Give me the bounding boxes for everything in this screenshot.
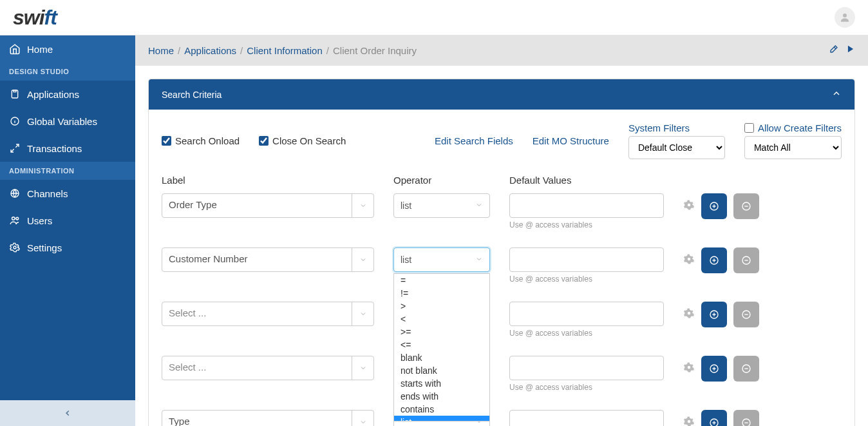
svg-rect-1 xyxy=(12,90,17,98)
label-select-value: Order Type xyxy=(162,194,352,217)
sidebar-collapse-button[interactable] xyxy=(0,400,135,426)
operator-option[interactable]: blank xyxy=(394,351,489,364)
system-filters-group: System Filters Default Close xyxy=(628,122,725,159)
sidebar-item-home[interactable]: Home xyxy=(0,35,135,63)
remove-row-button[interactable] xyxy=(733,302,759,327)
add-row-button[interactable] xyxy=(701,302,727,327)
default-value-input[interactable] xyxy=(509,356,664,380)
operator-option[interactable]: > xyxy=(394,300,489,313)
breadcrumb-link[interactable]: Client Information xyxy=(247,45,323,56)
add-row-button[interactable] xyxy=(701,410,727,426)
add-row-button[interactable] xyxy=(701,193,727,219)
operator-option[interactable]: != xyxy=(394,287,489,300)
logo: swift xyxy=(13,6,57,30)
add-row-button[interactable] xyxy=(701,356,727,382)
play-icon[interactable] xyxy=(846,44,855,57)
avatar[interactable] xyxy=(835,7,855,28)
row-actions xyxy=(683,356,759,382)
row-settings-button[interactable] xyxy=(683,199,695,214)
panel-title: Search Criteria xyxy=(162,90,222,100)
remove-row-button[interactable] xyxy=(733,410,759,426)
breadcrumb-bar: Home/Applications/Client Information/Cli… xyxy=(135,35,868,66)
allow-create-filters-checkbox[interactable]: Allow Create Filters xyxy=(744,122,842,133)
allow-create-filters-input[interactable] xyxy=(744,123,754,133)
user-icon xyxy=(839,12,851,23)
operator-option[interactable]: = xyxy=(394,274,489,287)
default-value-input[interactable] xyxy=(509,193,664,218)
edit-mo-structure-link[interactable]: Edit MO Structure xyxy=(533,135,609,146)
operator-option[interactable]: ends with xyxy=(394,390,489,403)
users-icon xyxy=(9,215,21,226)
panel-header[interactable]: Search Criteria xyxy=(149,79,854,110)
hint-text: Use @ access variables xyxy=(509,329,664,338)
row-settings-button[interactable] xyxy=(683,362,695,376)
default-value-column: Use @ access variables xyxy=(509,410,664,426)
allow-create-filters-group: Allow Create Filters Match All xyxy=(744,122,842,159)
row-settings-button[interactable] xyxy=(683,307,695,322)
remove-row-button[interactable] xyxy=(733,356,759,382)
default-value-input[interactable] xyxy=(509,302,664,326)
operator-option[interactable]: contains xyxy=(394,403,489,416)
label-select[interactable]: Select ... xyxy=(162,302,374,326)
label-select[interactable]: Customer Number xyxy=(162,247,374,272)
operator-option[interactable]: starts with xyxy=(394,377,489,390)
operator-option[interactable]: < xyxy=(394,313,489,325)
label-select-value: Type xyxy=(162,411,352,426)
operator-option[interactable]: >= xyxy=(394,325,489,338)
chevron-down-icon xyxy=(352,411,373,426)
close-on-search-checkbox[interactable]: Close On Search xyxy=(259,135,346,146)
sidebar-item-channels[interactable]: Channels xyxy=(0,180,135,207)
search-onload-input[interactable] xyxy=(162,136,171,146)
default-value-column: Use @ access variables xyxy=(509,356,664,392)
default-value-column: Use @ access variables xyxy=(509,247,664,284)
sidebar-item-applications[interactable]: Applications xyxy=(0,81,135,108)
clipboard-icon xyxy=(9,88,21,100)
operator-option[interactable]: <= xyxy=(394,338,489,351)
sidebar-item-label: Transactions xyxy=(27,143,82,154)
label-select[interactable]: Type xyxy=(162,410,374,426)
match-select[interactable]: Match All xyxy=(744,136,842,159)
sidebar-item-transactions[interactable]: Transactions xyxy=(0,135,135,162)
label-select-value: Customer Number xyxy=(162,248,352,271)
default-value-input[interactable] xyxy=(509,247,664,272)
system-filters-label: System Filters xyxy=(628,122,725,133)
expand-icon xyxy=(9,142,21,154)
svg-point-24 xyxy=(688,311,691,315)
hint-text: Use @ access variables xyxy=(509,383,664,392)
search-onload-checkbox[interactable]: Search Onload xyxy=(162,135,240,146)
operator-option[interactable]: list xyxy=(394,416,489,421)
operator-select[interactable]: list xyxy=(393,247,490,272)
default-value-input[interactable] xyxy=(509,410,664,426)
chevron-down-icon xyxy=(352,248,373,271)
svg-marker-11 xyxy=(848,46,853,53)
row-settings-button[interactable] xyxy=(683,416,695,427)
label-select[interactable]: Select ... xyxy=(162,356,374,380)
hint-text: Use @ access variables xyxy=(509,275,664,284)
row-actions xyxy=(683,410,759,426)
operator-select[interactable]: list xyxy=(393,193,490,218)
operator-select-value: list xyxy=(401,200,411,211)
breadcrumb-current: Client Order Inquiry xyxy=(333,45,417,56)
remove-row-button[interactable] xyxy=(733,193,759,219)
edit-search-fields-link[interactable]: Edit Search Fields xyxy=(435,135,513,146)
svg-line-6 xyxy=(11,149,14,152)
sidebar-item-label: Channels xyxy=(27,188,68,199)
remove-row-button[interactable] xyxy=(733,247,759,273)
sidebar-item-global-variables[interactable]: Global Variables xyxy=(0,108,135,135)
main-content: Home/Applications/Client Information/Cli… xyxy=(135,35,868,426)
system-filters-select[interactable]: Default Close xyxy=(628,136,725,159)
close-on-search-input[interactable] xyxy=(259,136,269,146)
sidebar-item-label: Users xyxy=(27,215,52,226)
sidebar-item-users[interactable]: Users xyxy=(0,207,135,234)
column-default-header: Default Values xyxy=(509,175,664,186)
edit-icon[interactable] xyxy=(828,44,838,57)
panel-controls: Search Onload Close On Search Edit Searc… xyxy=(162,122,842,159)
row-settings-button[interactable] xyxy=(683,253,695,268)
breadcrumb-link[interactable]: Home xyxy=(148,45,174,56)
operator-option[interactable]: not blank xyxy=(394,364,489,377)
criteria-row: Order TypelistUse @ access variables xyxy=(162,193,842,229)
breadcrumb-link[interactable]: Applications xyxy=(184,45,236,56)
sidebar-item-settings[interactable]: Settings xyxy=(0,234,135,261)
label-select[interactable]: Order Type xyxy=(162,193,374,218)
add-row-button[interactable] xyxy=(701,247,727,273)
